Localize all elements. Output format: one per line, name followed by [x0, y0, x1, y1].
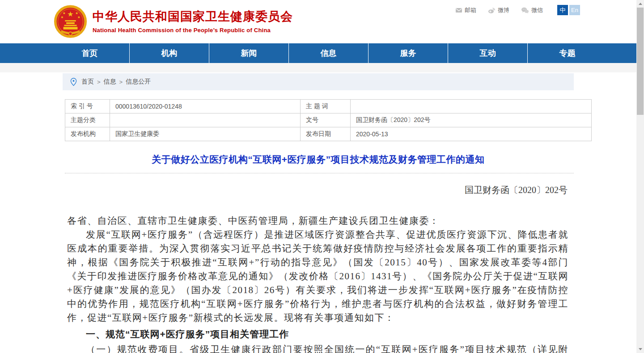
meta-label-publish-date: 发布日期 — [301, 127, 351, 141]
mail-icon — [455, 7, 462, 14]
wechat-link[interactable]: 微信 — [521, 6, 543, 14]
document-meta-table: 索 引 号 000013610/2020-01248 主 题 词 主题分类 文号… — [65, 99, 592, 141]
meta-value-subject-words — [351, 100, 592, 113]
meta-label-issuing-agency: 发布机构 — [65, 127, 110, 141]
salutation-line: 各省、自治区、直辖市卫生健康委、中医药管理局，新疆生产建设兵团卫生健康委： — [67, 214, 568, 228]
lang-en-button[interactable]: En — [569, 5, 580, 15]
weibo-label: 微博 — [498, 6, 509, 14]
meta-value-index-number: 000013610/2020-01248 — [110, 100, 301, 113]
meta-label-topic-category: 主题分类 — [65, 113, 110, 127]
svg-text:★: ★ — [77, 15, 80, 19]
article-title: 关于做好公立医疗机构“互联网+医疗服务”项目技术规范及财务管理工作的通知 — [63, 153, 574, 166]
scrollbar-thumb[interactable] — [637, 8, 644, 115]
wechat-icon — [521, 7, 529, 14]
meta-value-issuing-agency: 国家卫生健康委 — [110, 127, 301, 141]
sub-nav-strip — [0, 63, 636, 72]
breadcrumb-info-disclosure[interactable]: 信息公开 — [126, 78, 151, 86]
language-switch: 中 En — [557, 5, 580, 15]
nav-item-topics[interactable]: 专题 — [527, 43, 607, 63]
quick-links: 邮箱 微博 微信 中 En — [455, 5, 580, 15]
dotted-divider — [65, 173, 574, 173]
meta-label-doc-number: 文号 — [301, 113, 351, 127]
nav-filler — [607, 43, 636, 63]
scroll-up-button[interactable] — [636, 0, 644, 8]
site-header: ★ ★ ★ ★ ★ 中华人民共和国国家卫生健康委员会 National Heal… — [0, 0, 644, 43]
national-emblem-logo: ★ ★ ★ ★ ★ — [54, 4, 87, 40]
site-subtitle: National Health Commission of the People… — [93, 27, 293, 34]
nav-item-home[interactable]: 首页 — [50, 43, 129, 63]
location-pin-icon — [70, 78, 77, 86]
site-title: 中华人民共和国国家卫生健康委员会 — [93, 9, 293, 24]
section-heading-1: 一、规范“互联网+医疗服务”项目相关管理工作 — [67, 327, 568, 341]
breadcrumb-home[interactable]: 首页 — [81, 78, 94, 86]
meta-value-doc-number: 国卫财务函〔2020〕202号 — [351, 113, 592, 127]
scroll-down-button[interactable] — [636, 345, 644, 353]
wechat-label: 微信 — [531, 6, 543, 14]
mail-link[interactable]: 邮箱 — [455, 6, 476, 14]
meta-value-publish-date: 2020-05-13 — [351, 127, 592, 141]
weibo-icon — [488, 7, 496, 14]
weibo-link[interactable]: 微博 — [488, 6, 509, 14]
main-nav: 首页 机构 新闻 信息 服务 互动 专题 — [0, 43, 636, 63]
scroll-down-icon — [639, 348, 642, 350]
brand-block: 中华人民共和国国家卫生健康委员会 National Health Commiss… — [93, 9, 293, 34]
meta-label-index-number: 索 引 号 — [65, 100, 110, 113]
breadcrumb: 首页 > 信息 > 信息公开 — [63, 73, 574, 90]
article-body: 各省、自治区、直辖市卫生健康委、中医药管理局，新疆生产建设兵团卫生健康委： 发展… — [63, 214, 574, 353]
nav-item-news[interactable]: 新闻 — [209, 43, 288, 63]
table-row: 索 引 号 000013610/2020-01248 主 题 词 — [65, 100, 592, 113]
svg-text:★: ★ — [67, 10, 73, 18]
mail-label: 邮箱 — [465, 6, 476, 14]
meta-label-subject-words: 主 题 词 — [301, 100, 351, 113]
breadcrumb-separator: > — [119, 79, 123, 85]
breadcrumb-separator: > — [97, 79, 101, 85]
table-row: 发布机构 国家卫生健康委 发布日期 2020-05-13 — [65, 127, 592, 141]
nav-item-interaction[interactable]: 互动 — [448, 43, 527, 63]
breadcrumb-information[interactable]: 信息 — [104, 78, 116, 86]
paragraph: （一）规范收费项目。省级卫生健康行政部门要按照全国统一的“互联网+医疗服务”项目… — [67, 343, 568, 353]
meta-value-topic-category — [110, 113, 301, 127]
scroll-up-icon — [639, 3, 642, 5]
nav-spacer — [0, 43, 50, 63]
main-content: 首页 > 信息 > 信息公开 索 引 号 000013610/2020-0124… — [63, 73, 574, 353]
document-number: 国卫财务函〔2020〕202号 — [63, 184, 574, 196]
lang-zh-button[interactable]: 中 — [557, 5, 568, 15]
table-row: 主题分类 文号 国卫财务函〔2020〕202号 — [65, 113, 592, 127]
vertical-scrollbar[interactable] — [636, 0, 644, 353]
nav-item-services[interactable]: 服务 — [368, 43, 448, 63]
svg-text:★: ★ — [60, 15, 64, 19]
paragraph: 发展“互联网+医疗服务”（含远程医疗）是推进区域医疗资源整合共享、促进优质医疗资… — [67, 228, 568, 325]
nav-item-organization[interactable]: 机构 — [129, 43, 209, 63]
nav-item-information[interactable]: 信息 — [288, 43, 368, 63]
